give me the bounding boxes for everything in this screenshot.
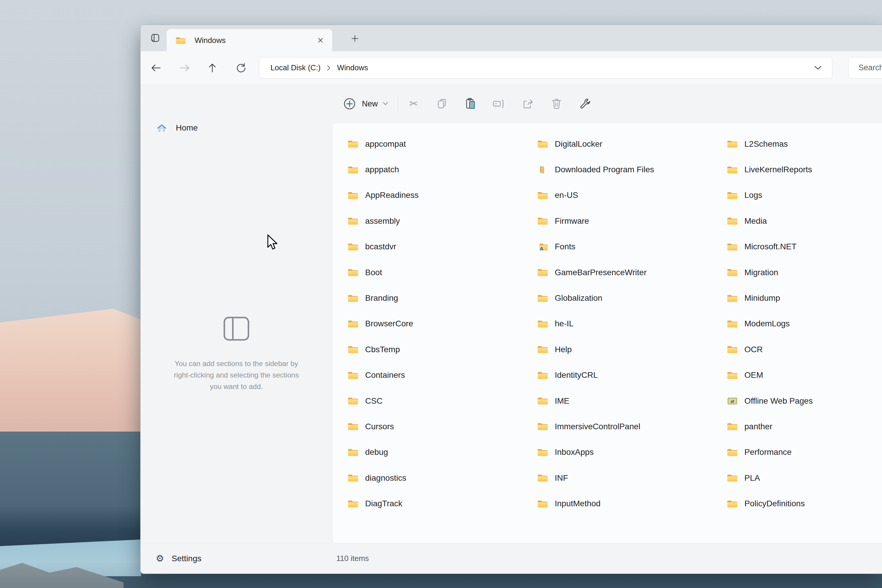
search-box[interactable] (848, 57, 882, 78)
file-item[interactable]: Globalization (537, 285, 609, 311)
file-item[interactable]: Migration (727, 260, 785, 285)
file-item[interactable]: Downloaded Program Files (537, 157, 661, 182)
file-item[interactable]: en-US (537, 183, 585, 208)
file-name: BrowserCore (365, 319, 413, 328)
file-item[interactable]: panther (727, 414, 779, 439)
gear-icon: ⚙ (156, 554, 164, 563)
file-item[interactable]: appcompat (348, 131, 413, 157)
sidebar-item-settings[interactable]: ⚙ Settings (141, 543, 332, 574)
forward-icon (179, 63, 190, 72)
file-item[interactable]: IME (537, 388, 576, 414)
file-item[interactable]: DiagTrack (348, 490, 410, 516)
settings-label: Settings (172, 554, 201, 563)
file-item[interactable]: ⇄Offline Web Pages (727, 388, 820, 414)
folder-icon (727, 191, 738, 200)
file-item[interactable]: Logs (727, 183, 770, 208)
file-item[interactable]: Branding (348, 285, 405, 311)
folder-fonts-icon: A (537, 242, 548, 251)
file-item[interactable]: Media (727, 208, 774, 234)
file-item[interactable]: Help (537, 337, 579, 362)
folder-icon (348, 396, 358, 405)
file-name: Branding (365, 293, 398, 303)
paste-button[interactable] (462, 95, 480, 112)
file-list-panel: appcompatapppatchAppReadinessassemblybca… (332, 123, 882, 543)
file-name: he-IL (555, 319, 574, 328)
file-name: Offline Web Pages (744, 396, 813, 406)
properties-button[interactable] (576, 95, 594, 112)
file-item[interactable]: assembly (348, 208, 407, 234)
file-item[interactable]: OEM (727, 363, 770, 388)
file-item[interactable]: Firmware (537, 208, 596, 234)
breadcrumb-folder[interactable]: Windows (334, 62, 371, 74)
file-name: CbsTemp (365, 345, 400, 354)
file-item[interactable]: InboxApps (537, 440, 601, 465)
file-item[interactable]: PLA (727, 465, 767, 490)
file-name: Logs (744, 190, 762, 200)
file-item[interactable]: Performance (727, 440, 798, 465)
file-item[interactable]: DigitalLocker (537, 131, 609, 157)
tab-close-button[interactable] (315, 35, 326, 46)
copy-button[interactable] (434, 95, 451, 112)
file-item[interactable]: Boot (348, 260, 389, 285)
address-dropdown-button[interactable] (812, 63, 824, 72)
cut-button[interactable]: ✂ (405, 95, 423, 112)
folder-icon (348, 165, 358, 174)
items-count: 110 items (336, 554, 369, 563)
up-button[interactable] (204, 60, 220, 76)
file-name: OCR (744, 345, 763, 354)
file-item[interactable]: CbsTemp (348, 337, 407, 362)
folder-icon (537, 473, 548, 483)
file-item[interactable]: bcastdvr (348, 234, 404, 260)
file-name: Cursors (365, 422, 394, 431)
file-item[interactable]: diagnostics (348, 465, 413, 490)
file-item[interactable]: CSC (348, 388, 390, 414)
forward-button[interactable] (176, 60, 193, 76)
file-item[interactable]: LiveKernelReports (727, 157, 819, 182)
file-item[interactable]: Microsoft.NET (727, 234, 804, 260)
file-item[interactable]: L2Schemas (727, 131, 795, 157)
sidebar-item-home[interactable]: Home (148, 118, 325, 138)
folder-web-icon: ⇄ (727, 396, 738, 405)
file-item[interactable]: PolicyDefinitions (727, 490, 812, 516)
file-item[interactable]: Cursors (348, 414, 401, 439)
toggle-pane-button[interactable] (147, 30, 163, 46)
toggle-pane-icon (151, 33, 160, 42)
folder-icon (727, 345, 738, 354)
file-item[interactable]: INF (537, 465, 575, 490)
search-input[interactable] (858, 63, 882, 73)
new-tab-button[interactable] (348, 32, 362, 45)
file-item[interactable]: AFonts (537, 234, 582, 260)
file-item[interactable]: AppReadiness (348, 183, 426, 208)
file-grid: appcompatapppatchAppReadinessassemblybca… (333, 123, 882, 516)
folder-icon (537, 268, 548, 277)
rename-button[interactable] (490, 95, 507, 112)
address-bar[interactable]: Local Disk (C:) Windows (259, 57, 832, 78)
file-item[interactable]: GameBarPresenceWriter (537, 260, 654, 285)
sidebar-empty-message: You can add sections to the sidebar by r… (141, 358, 332, 392)
rename-icon (492, 99, 505, 109)
new-button[interactable]: New (338, 93, 394, 114)
file-item[interactable]: apppatch (348, 157, 406, 182)
file-item[interactable]: OCR (727, 337, 770, 362)
file-item[interactable]: ImmersiveControlPanel (537, 414, 647, 439)
folder-icon (727, 422, 738, 431)
back-button[interactable] (148, 60, 164, 76)
file-item[interactable]: debug (348, 440, 395, 465)
paste-icon (465, 98, 477, 110)
breadcrumb-drive[interactable]: Local Disk (C:) (267, 62, 323, 74)
file-item[interactable]: BrowserCore (348, 311, 420, 337)
share-button[interactable] (519, 95, 537, 112)
folder-icon (348, 268, 358, 277)
folder-icon (348, 191, 358, 200)
file-item[interactable]: InputMethod (537, 490, 608, 516)
file-item[interactable]: Containers (348, 363, 412, 388)
folder-icon (727, 216, 738, 225)
file-name: Minidump (744, 293, 780, 303)
delete-button[interactable] (548, 95, 566, 112)
file-item[interactable]: he-IL (537, 311, 580, 337)
file-item[interactable]: Minidump (727, 285, 787, 311)
refresh-button[interactable] (233, 60, 249, 76)
file-item[interactable]: ModemLogs (727, 311, 797, 337)
file-item[interactable]: IdentityCRL (537, 363, 605, 388)
tab-windows[interactable]: Windows (167, 29, 332, 51)
